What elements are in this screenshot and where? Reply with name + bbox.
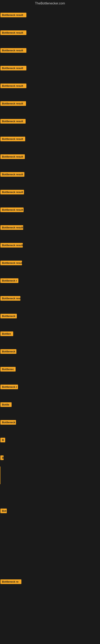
bottleneck-label-9[interactable]: Bottleneck result — [0, 154, 25, 159]
bottleneck-label-22[interactable]: Bottleneck r — [0, 384, 18, 389]
result-row-14: Bottleneck result — [0, 236, 100, 254]
result-row-28 — [0, 484, 100, 502]
result-row-29: Bot — [0, 502, 100, 520]
result-row-30 — [0, 520, 100, 537]
result-row-22: Bottleneck r — [0, 378, 100, 396]
result-row-13: Bottleneck result — [0, 218, 100, 236]
bottleneck-label-10[interactable]: Bottleneck result — [0, 172, 24, 177]
result-row-5: Bottleneck result — [0, 77, 100, 94]
bottleneck-label-2[interactable]: Bottleneck result — [0, 30, 26, 35]
bottleneck-label-21[interactable]: Bottlenec — [0, 367, 16, 372]
bottleneck-label-29[interactable]: Bot — [0, 508, 7, 513]
result-row-19: Bottlen — [0, 325, 100, 342]
result-row-9: Bottleneck result — [0, 148, 100, 166]
bottleneck-label-17[interactable]: Bottleneck resu — [0, 296, 20, 301]
result-row-7: Bottleneck result — [0, 112, 100, 130]
bottleneck-label-11[interactable]: Bottleneck result — [0, 190, 24, 194]
result-row-26: B — [0, 449, 100, 466]
bottleneck-label-20[interactable]: Bottleneck — [0, 349, 16, 354]
result-row-21: Bottlenec — [0, 360, 100, 378]
bottleneck-label-16[interactable]: Bottleneck r — [0, 278, 18, 283]
result-row-18: Bottleneck — [0, 307, 100, 325]
bottleneck-label-3[interactable]: Bottleneck result — [0, 48, 26, 53]
bottleneck-label-7[interactable]: Bottleneck result — [0, 119, 26, 124]
result-row-1: Bottleneck result — [0, 6, 100, 24]
bottleneck-label-26[interactable]: B — [0, 456, 3, 460]
site-title: TheBottlenecker.com — [0, 0, 100, 6]
bottleneck-label-8[interactable]: Bottleneck result — [0, 137, 25, 141]
result-row-16: Bottleneck r — [0, 272, 100, 290]
result-row-34 — [0, 590, 100, 608]
bottleneck-label-18[interactable]: Bottleneck — [0, 314, 17, 318]
bottleneck-label-19[interactable]: Bottlen — [0, 332, 13, 336]
result-row-24: Bottleneck — [0, 413, 100, 431]
bottleneck-label-1[interactable]: Bottleneck result — [0, 13, 26, 17]
result-row-2: Bottleneck result — [0, 24, 100, 42]
result-row-17: Bottleneck resu — [0, 290, 100, 307]
bottleneck-label-33[interactable]: Bottleneck re — [0, 580, 21, 584]
result-row-25: B — [0, 431, 100, 449]
bottleneck-label-15[interactable]: Bottleneck result — [0, 260, 22, 265]
bottleneck-label-12[interactable]: Bottleneck result — [0, 208, 24, 212]
result-row-4: Bottleneck result — [0, 59, 100, 77]
result-row-15: Bottleneck result — [0, 254, 100, 272]
result-row-33: Bottleneck re — [0, 573, 100, 590]
bottleneck-label-6[interactable]: Bottleneck result — [0, 101, 26, 106]
result-row-3: Bottleneck result — [0, 42, 100, 59]
bottleneck-label-4[interactable]: Bottleneck result — [0, 66, 26, 70]
result-row-23: Bottle — [0, 396, 100, 413]
bottleneck-label-14[interactable]: Bottleneck result — [0, 243, 23, 248]
result-row-10: Bottleneck result — [0, 166, 100, 183]
result-row-36 — [0, 626, 100, 644]
result-row-11: Bottleneck result — [0, 183, 100, 201]
result-row-8: Bottleneck result — [0, 130, 100, 148]
result-row-6: Bottleneck result — [0, 94, 100, 112]
bottleneck-label-5[interactable]: Bottleneck result — [0, 84, 26, 88]
bottleneck-label-13[interactable]: Bottleneck result — [0, 225, 23, 230]
result-row-27 — [0, 466, 100, 484]
result-row-31 — [0, 537, 100, 555]
result-row-35 — [0, 608, 100, 626]
bottleneck-label-25[interactable]: B — [0, 438, 5, 442]
result-row-32 — [0, 555, 100, 573]
result-row-12: Bottleneck result — [0, 201, 100, 218]
bottleneck-label-23[interactable]: Bottle — [0, 402, 12, 407]
result-row-20: Bottleneck — [0, 342, 100, 360]
bottleneck-label-24[interactable]: Bottleneck — [0, 420, 16, 425]
